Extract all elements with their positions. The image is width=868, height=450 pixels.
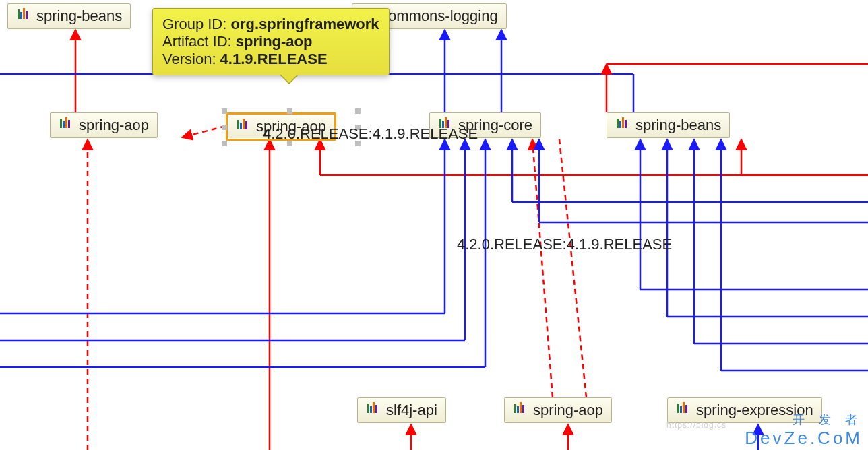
node-label: spring-aop <box>79 117 149 134</box>
svg-rect-66 <box>517 406 519 413</box>
node-label: spring-beans <box>36 7 122 25</box>
svg-line-12 <box>532 139 553 397</box>
svg-rect-51 <box>243 119 245 129</box>
node-label: commons-logging <box>381 7 498 25</box>
svg-rect-38 <box>20 12 22 19</box>
tooltip-version-value: 4.1.9.RELEASE <box>220 51 328 67</box>
dependency-node-n7[interactable]: slf4j-api <box>357 397 446 423</box>
svg-rect-39 <box>23 8 25 19</box>
watermark-faint: https://blog.cs <box>666 420 726 430</box>
tooltip-artifact-label: Artifact ID: <box>162 33 236 50</box>
svg-rect-50 <box>240 123 242 129</box>
tooltip-version-label: Version: <box>162 51 220 67</box>
svg-rect-58 <box>619 121 621 128</box>
svg-rect-40 <box>26 11 28 19</box>
svg-rect-52 <box>245 121 247 129</box>
svg-rect-49 <box>237 120 239 129</box>
svg-rect-45 <box>60 119 62 128</box>
node-label: spring-beans <box>636 117 721 134</box>
bar-chart-icon <box>513 401 528 420</box>
svg-rect-59 <box>622 117 624 128</box>
selection-handle[interactable] <box>287 108 292 114</box>
svg-rect-68 <box>522 405 524 413</box>
bar-chart-icon <box>676 401 691 420</box>
bar-chart-icon <box>236 117 251 136</box>
dependency-node-n1[interactable]: spring-beans <box>7 3 131 29</box>
node-label: slf4j-api <box>386 401 437 419</box>
selection-handle[interactable] <box>222 125 227 130</box>
node-label: spring-aop <box>533 401 603 419</box>
selection-handle[interactable] <box>222 141 227 146</box>
svg-rect-64 <box>375 405 377 413</box>
svg-rect-70 <box>680 406 682 413</box>
bar-chart-icon <box>615 116 630 135</box>
svg-rect-46 <box>63 121 65 128</box>
tooltip-artifact-value: spring-aop <box>236 33 313 50</box>
svg-rect-63 <box>373 402 375 413</box>
dependency-node-n6[interactable]: spring-beans <box>607 112 730 138</box>
selection-handle[interactable] <box>222 108 227 114</box>
svg-line-7 <box>182 126 226 137</box>
node-tooltip: Group ID: org.springframework Artifact I… <box>152 8 390 75</box>
svg-rect-48 <box>68 120 70 128</box>
svg-rect-72 <box>685 405 687 413</box>
bar-chart-icon <box>366 401 381 420</box>
bar-chart-icon <box>59 116 73 135</box>
svg-rect-60 <box>625 120 627 128</box>
conflict-label-1: 4.2.0.RELEASE:4.1.9.RELEASE <box>263 125 478 143</box>
conflict-label-2: 4.2.0.RELEASE:4.1.9.RELEASE <box>457 236 672 253</box>
svg-rect-37 <box>18 9 20 19</box>
watermark-text: 开 发 者 DevZe.CoM <box>745 412 863 449</box>
svg-rect-57 <box>617 119 619 128</box>
svg-rect-62 <box>370 406 372 413</box>
svg-line-13 <box>559 139 586 397</box>
dependency-node-n3[interactable]: spring-aop <box>50 112 158 138</box>
dependency-edges <box>0 0 868 450</box>
svg-rect-69 <box>677 404 679 413</box>
tooltip-group-value: org.springframework <box>230 15 379 32</box>
dependency-node-n8[interactable]: spring-aop <box>504 397 612 423</box>
svg-rect-67 <box>520 402 522 413</box>
svg-rect-65 <box>514 404 516 413</box>
bar-chart-icon <box>16 7 31 26</box>
svg-rect-47 <box>65 117 67 128</box>
tooltip-group-label: Group ID: <box>162 15 230 32</box>
selection-handle[interactable] <box>355 108 361 114</box>
svg-rect-61 <box>367 404 369 413</box>
svg-rect-71 <box>683 402 685 413</box>
